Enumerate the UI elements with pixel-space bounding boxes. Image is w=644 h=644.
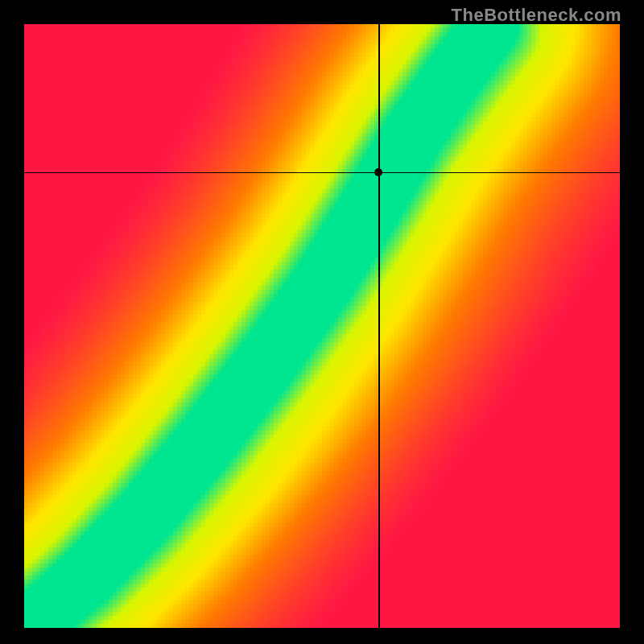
crosshair-horizontal bbox=[24, 172, 620, 174]
selected-point-marker bbox=[374, 168, 382, 176]
plot-area bbox=[24, 24, 620, 628]
heatmap-canvas bbox=[24, 24, 620, 628]
watermark-text: TheBottleneck.com bbox=[452, 5, 621, 26]
crosshair-vertical bbox=[378, 24, 380, 628]
chart-container: TheBottleneck.com bbox=[0, 0, 644, 644]
